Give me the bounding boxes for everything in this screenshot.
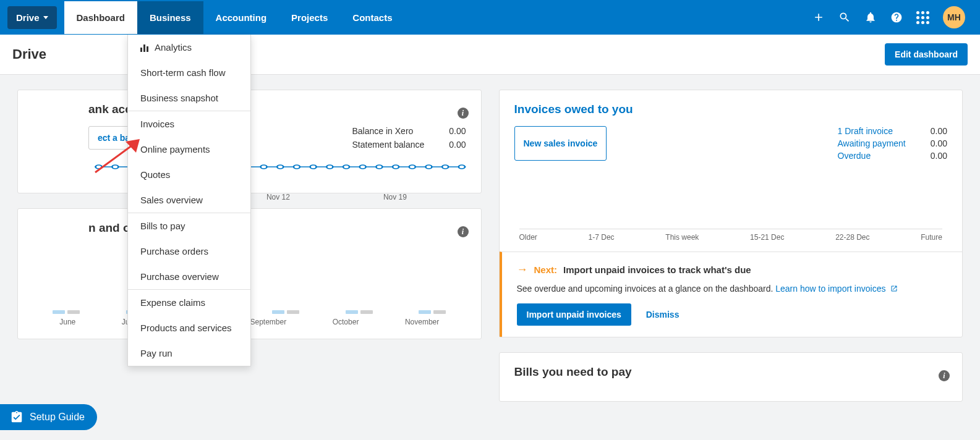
month-label: October xyxy=(333,318,359,326)
new-sales-invoice-button[interactable]: New sales invoice xyxy=(514,126,607,161)
business-dropdown: Analytics Short-term cash flow Business … xyxy=(127,35,251,366)
dropdown-quotes[interactable]: Quotes xyxy=(128,162,250,187)
top-navbar: Drive Dashboard Business Accounting Proj… xyxy=(0,0,980,35)
dropdown-cashflow[interactable]: Short-term cash flow xyxy=(128,60,250,85)
next-text: See overdue and upcoming invoices at a g… xyxy=(517,284,948,294)
next-arrow-icon: → xyxy=(517,263,528,276)
timeline-label: This week xyxy=(665,233,699,242)
avatar[interactable]: MH xyxy=(943,6,965,28)
svg-point-19 xyxy=(360,165,366,169)
invoices-card: Invoices owed to you New sales invoice 1… xyxy=(499,90,963,337)
bell-icon[interactable] xyxy=(864,11,877,23)
help-icon[interactable] xyxy=(890,11,903,23)
balance-xero-row: Balance in Xero 0.00 xyxy=(352,126,466,136)
month-label: June xyxy=(59,318,75,326)
setup-guide-button[interactable]: Setup Guide xyxy=(0,404,97,430)
invoices-links: 1 Draft invoice 0.00 Awaiting payment 0.… xyxy=(838,126,948,161)
org-name: Drive xyxy=(16,12,40,23)
dropdown-online-payments[interactable]: Online payments xyxy=(128,137,250,162)
nav-projects[interactable]: Projects xyxy=(279,1,340,34)
timeline-label: Future xyxy=(921,233,942,242)
org-selector[interactable]: Drive xyxy=(7,6,57,29)
nav-dashboard[interactable]: Dashboard xyxy=(64,1,137,34)
dropdown-purchase-overview[interactable]: Purchase overview xyxy=(128,264,250,289)
edit-dashboard-button[interactable]: Edit dashboard xyxy=(885,43,968,66)
invoice-row: Awaiting payment 0.00 xyxy=(838,138,948,148)
timeline-label: 22-28 Dec xyxy=(835,233,869,242)
caret-down-icon xyxy=(43,16,48,19)
invoice-val: 0.00 xyxy=(931,126,947,136)
dropdown-analytics-label: Analytics xyxy=(155,42,192,53)
spark-date-2: Nov 12 xyxy=(266,193,290,201)
invoice-link-overdue[interactable]: Overdue xyxy=(838,151,871,161)
svg-point-4 xyxy=(112,165,118,169)
timeline-label: 1-7 Dec xyxy=(589,233,615,242)
nav-contacts[interactable]: Contacts xyxy=(340,1,404,34)
invoice-link-awaiting[interactable]: Awaiting payment xyxy=(838,138,906,148)
svg-point-17 xyxy=(326,165,333,169)
svg-point-22 xyxy=(409,165,415,169)
statement-balance-value: 0.00 xyxy=(449,140,466,150)
svg-point-13 xyxy=(261,165,267,169)
nav-business[interactable]: Business xyxy=(137,1,203,34)
clipboard-icon xyxy=(10,410,23,424)
svg-point-21 xyxy=(393,165,399,169)
invoices-body: New sales invoice 1 Draft invoice 0.00 A… xyxy=(514,126,948,161)
svg-point-3 xyxy=(96,165,102,169)
bills-card: Bills you need to pay i xyxy=(499,352,963,402)
dropdown-snapshot[interactable]: Business snapshot xyxy=(128,85,250,111)
bills-card-title: Bills you need to pay xyxy=(514,365,948,379)
info-icon[interactable]: i xyxy=(458,226,469,237)
invoice-val: 0.00 xyxy=(931,151,947,161)
svg-point-25 xyxy=(459,165,465,169)
dropdown-invoices[interactable]: Invoices xyxy=(128,111,250,137)
svg-point-18 xyxy=(343,165,349,169)
invoice-row: Overdue 0.00 xyxy=(838,151,948,161)
svg-point-23 xyxy=(425,165,432,169)
next-header: → Next: Import unpaid invoices to track … xyxy=(517,263,948,276)
balance-xero-value: 0.00 xyxy=(449,126,466,136)
balances: Balance in Xero 0.00 Statement balance 0… xyxy=(352,126,466,150)
learn-link[interactable]: Learn how to import invoices xyxy=(775,284,885,294)
statement-balance-label: Statement balance xyxy=(352,140,425,150)
external-link-icon xyxy=(890,285,898,292)
svg-point-15 xyxy=(294,165,300,169)
plus-icon[interactable] xyxy=(812,11,825,23)
dropdown-sales-overview[interactable]: Sales overview xyxy=(128,187,250,213)
next-actions: Import unpaid invoices Dismiss xyxy=(517,303,948,326)
svg-point-24 xyxy=(442,165,448,169)
dropdown-bills[interactable]: Bills to pay xyxy=(128,213,250,239)
invoice-row: 1 Draft invoice 0.00 xyxy=(838,126,948,136)
timeline-label: Older xyxy=(519,233,537,242)
page-title: Drive xyxy=(12,46,46,62)
balance-xero-label: Balance in Xero xyxy=(352,126,414,136)
right-column: Invoices owed to you New sales invoice 1… xyxy=(499,90,963,402)
invoice-link-draft[interactable]: 1 Draft invoice xyxy=(838,126,893,136)
next-title: Import unpaid invoices to track what's d… xyxy=(563,264,751,275)
next-banner: → Next: Import unpaid invoices to track … xyxy=(500,252,963,337)
dismiss-link[interactable]: Dismiss xyxy=(646,310,680,319)
analytics-icon xyxy=(140,43,148,52)
svg-point-14 xyxy=(277,165,283,169)
dropdown-expense-claims[interactable]: Expense claims xyxy=(128,290,250,315)
svg-point-20 xyxy=(376,165,382,169)
setup-guide-label: Setup Guide xyxy=(30,412,85,423)
month-label: September xyxy=(250,318,286,326)
topbar-right: MH xyxy=(812,6,973,28)
next-text-body: See overdue and upcoming invoices at a g… xyxy=(517,284,776,294)
next-label: Next: xyxy=(534,264,558,275)
dropdown-analytics[interactable]: Analytics xyxy=(128,35,250,60)
apps-icon[interactable] xyxy=(916,11,929,24)
invoices-card-title[interactable]: Invoices owed to you xyxy=(514,103,948,116)
import-invoices-button[interactable]: Import unpaid invoices xyxy=(517,303,631,326)
info-icon[interactable]: i xyxy=(458,108,469,119)
dropdown-products-services[interactable]: Products and services xyxy=(128,315,250,341)
month-label: November xyxy=(405,318,439,326)
invoices-timeline: Older 1-7 Dec This week 15-21 Dec 22-28 … xyxy=(519,229,943,242)
search-icon[interactable] xyxy=(838,11,851,23)
nav-accounting[interactable]: Accounting xyxy=(203,1,279,34)
timeline-label: 15-21 Dec xyxy=(750,233,784,242)
info-icon[interactable]: i xyxy=(939,370,950,381)
dropdown-pay-run[interactable]: Pay run xyxy=(128,341,250,366)
dropdown-purchase-orders[interactable]: Purchase orders xyxy=(128,239,250,264)
